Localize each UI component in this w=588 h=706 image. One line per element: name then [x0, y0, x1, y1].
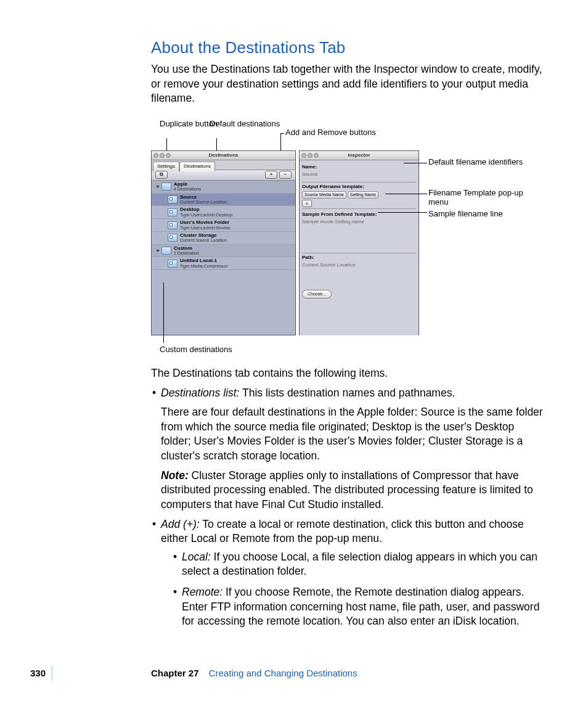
- bullet-list: Destinations list: This lists destinatio…: [151, 386, 545, 629]
- callout-add-remove: Add and Remove buttons: [285, 128, 376, 138]
- dest-item-cluster[interactable]: Cluster StorageCurrent Source Location: [152, 232, 295, 245]
- remove-button[interactable]: −: [279, 171, 292, 179]
- template-tag[interactable]: Source Media Name: [302, 191, 346, 199]
- list-item: Local: If you choose Local, a file selec…: [172, 550, 545, 579]
- folder-icon: [161, 183, 171, 191]
- page-title: About the Destinations Tab: [151, 37, 545, 59]
- window-title: Inspector: [348, 152, 370, 158]
- footer-chapter: Chapter 27 Creating and Changing Destina…: [151, 667, 357, 679]
- template-label: Output Filename template:: [302, 184, 416, 191]
- callout-sample-line: Sample filename line: [428, 210, 533, 219]
- footer-divider: [52, 666, 52, 681]
- window-titlebar: Destinations: [152, 151, 295, 160]
- lead-paragraph: The Destinations tab contains the follow…: [151, 366, 545, 381]
- dest-item-custom[interactable]: Untitled Local-1Tiger:Media:Compressor:: [152, 257, 295, 270]
- destinations-window: Destinations Settings Destinations ⧉ + −…: [151, 150, 296, 335]
- callout-default-filename: Default filename identifiers: [428, 158, 533, 167]
- tab-settings[interactable]: Settings: [153, 162, 179, 171]
- list-paragraph: There are four default destinations in t…: [161, 405, 545, 464]
- callout-custom-dest: Custom destinations: [160, 344, 232, 355]
- callout-default-dest: Default destinations: [210, 120, 280, 129]
- destination-icon: [168, 260, 178, 268]
- inspector-window: Inspector Name: Source Output Filename t…: [299, 150, 419, 335]
- template-tag[interactable]: Setting Name: [348, 191, 378, 199]
- figure: Destinations Settings Destinations ⧉ + −…: [151, 150, 545, 340]
- destination-icon: [168, 234, 178, 242]
- list-item: Add (+): To create a local or remote des…: [151, 517, 545, 629]
- callout-filename-template: Filename Template pop-up menu: [428, 189, 533, 207]
- folder-icon: [161, 247, 171, 255]
- destinations-list: Apple4 Destinations SourceCurrent Source…: [152, 181, 295, 270]
- folder-custom[interactable]: Custom1 Destination: [152, 245, 295, 258]
- list-text: This lists destination names and pathnam…: [239, 387, 455, 399]
- add-button[interactable]: +: [265, 171, 277, 179]
- window-title: Destinations: [208, 152, 238, 158]
- chapter-title: Creating and Changing Destinations: [209, 668, 357, 678]
- dest-item-desktop[interactable]: DesktopTiger:Users:admin:Desktop:: [152, 206, 295, 219]
- note-label: Note:: [161, 469, 189, 482]
- callout-row: Duplicate button Default destinations Ad…: [151, 120, 545, 150]
- destination-icon: [168, 195, 178, 203]
- term: Local:: [182, 551, 211, 563]
- path-value: Current Source Location: [302, 261, 416, 271]
- destination-icon: [168, 208, 178, 216]
- template-popup-button[interactable]: ±: [302, 200, 312, 207]
- list-item: Remote: If you choose Remote, the Remote…: [172, 585, 545, 629]
- tab-destinations[interactable]: Destinations: [179, 162, 215, 171]
- dest-item-source[interactable]: SourceCurrent Source Location: [152, 194, 295, 207]
- duplicate-button[interactable]: ⧉: [155, 171, 168, 179]
- callout-duplicate: Duplicate button: [160, 120, 218, 129]
- choose-button[interactable]: Choose...: [302, 290, 332, 298]
- destination-icon: [168, 221, 178, 229]
- name-value: Source: [302, 171, 416, 181]
- page-number: 330: [30, 667, 46, 679]
- window-titlebar: Inspector: [300, 151, 419, 160]
- dest-item-movies[interactable]: User's Movies FolderTiger:Users:admin:Mo…: [152, 219, 295, 232]
- folder-apple[interactable]: Apple4 Destinations: [152, 181, 295, 194]
- term: Destinations list:: [161, 387, 239, 399]
- term: Remote:: [182, 586, 223, 598]
- list-text: If you choose Remote, the Remote destina…: [182, 586, 539, 627]
- note-paragraph: Note: Cluster Storage applies only to in…: [161, 469, 545, 512]
- note-text: Cluster Storage applies only to installa…: [161, 469, 533, 511]
- name-label: Name:: [302, 164, 416, 171]
- sample-label: Sample From Defined Template:: [302, 211, 416, 218]
- intro-paragraph: You use the Destinations tab together wi…: [151, 62, 545, 106]
- path-label: Path:: [302, 255, 416, 261]
- term: Add (+):: [161, 518, 200, 530]
- list-text: To create a local or remote destination,…: [161, 518, 524, 545]
- list-item: Destinations list: This lists destinatio…: [151, 386, 545, 512]
- sample-value: Sample movie-Setting-name: [302, 218, 416, 228]
- chapter-number: Chapter 27: [151, 668, 199, 678]
- list-text: If you choose Local, a file selection di…: [182, 551, 537, 578]
